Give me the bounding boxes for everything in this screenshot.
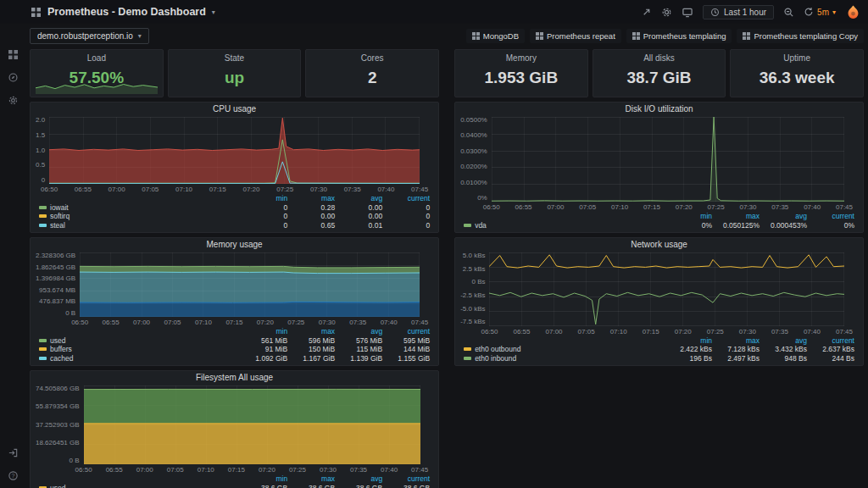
x-axis-tick: 06:55: [514, 328, 531, 336]
x-axis-tick: 07:00: [133, 319, 150, 326]
chart-plot[interactable]: [84, 385, 420, 464]
x-axis-tick: 07:10: [610, 328, 627, 336]
chart-plot[interactable]: [489, 252, 844, 326]
series-color-swatch: [464, 347, 471, 351]
time-range-picker[interactable]: Last 1 hour: [703, 5, 774, 19]
panel-title[interactable]: Memory: [455, 50, 587, 63]
panel-network-usage: Network usage 5.0 kBs2.5 kBs0 Bs-2.5 kBs…: [454, 237, 864, 366]
panel-title[interactable]: Memory usage: [31, 238, 438, 251]
series-color-swatch: [464, 224, 471, 227]
x-axis-tick: 07:05: [142, 186, 159, 193]
dashboard-link-prometheus-templating-copy[interactable]: Prometheus templating Copy: [737, 29, 864, 43]
panel-title[interactable]: Cores: [306, 50, 438, 63]
legend-series-toggle[interactable]: iowait: [39, 203, 240, 213]
legend-series-toggle[interactable]: cached: [39, 354, 240, 363]
chart-plot[interactable]: [49, 117, 420, 184]
x-axis-tick: 07:40: [804, 328, 821, 336]
panel-title[interactable]: Uptime: [731, 50, 863, 63]
legend-series-toggle[interactable]: buffers: [39, 345, 240, 354]
x-axis-tick: 07:30: [320, 466, 337, 474]
panel-title[interactable]: Disk I/O utilization: [455, 103, 863, 115]
legend-series-toggle[interactable]: softirq: [39, 212, 240, 221]
tv-kiosk-icon[interactable]: [682, 7, 693, 18]
sidebar-help-icon[interactable]: ?: [8, 470, 19, 481]
left-sidebar: ?: [0, 24, 25, 488]
legend-value: 1.155 GiB: [382, 354, 430, 363]
y-axis-tick: 476.837 MB: [39, 298, 75, 305]
y-axis-tick: -7.5 kBs: [460, 319, 485, 325]
legend-row: used561 MiB596 MiB576 MiB595 MiB: [39, 336, 430, 346]
legend-header-row: minmaxavgcurrent: [464, 212, 854, 221]
x-axis-tick: 07:20: [259, 466, 275, 474]
sidebar-dashboards-icon[interactable]: [8, 49, 19, 60]
x-axis-tick: 07:25: [707, 328, 724, 336]
panel-memory-usage: Memory usage 2.328306 GB1.862645 GB1.396…: [30, 237, 439, 366]
legend-series-toggle[interactable]: used: [39, 336, 240, 346]
dashboard-link-mongodb[interactable]: MongoDB: [466, 29, 525, 43]
y-axis-tick: 0 B: [70, 458, 80, 464]
y-axis-tick: 0.0400%: [460, 132, 487, 139]
sidebar-explore-compass-icon[interactable]: [8, 72, 19, 83]
stat-value: 1.953 GiB: [455, 63, 587, 97]
panel-title[interactable]: Network usage: [455, 238, 863, 251]
x-axis-labels: 06:5006:5507:0007:0507:1007:1507:2007:25…: [489, 326, 844, 336]
legend-series-toggle[interactable]: eth0 inbound: [464, 354, 665, 363]
x-axis-tick: 07:05: [578, 328, 595, 336]
y-axis-tick: -2.5 kBs: [460, 292, 485, 299]
x-axis-tick: 07:15: [209, 186, 226, 193]
panel-title[interactable]: CPU usage: [31, 103, 438, 115]
chart-svg: [84, 385, 420, 464]
panel-title[interactable]: Load: [31, 50, 163, 63]
share-icon[interactable]: [641, 7, 652, 18]
series-color-swatch: [39, 357, 47, 360]
apps-grid-icon[interactable]: [31, 7, 42, 18]
refresh-picker[interactable]: 5m ▾: [804, 7, 836, 17]
sidebar-settings-gear-icon[interactable]: [8, 95, 19, 106]
x-axis-tick: 07:35: [350, 466, 367, 474]
y-axis-tick: 1.5: [36, 132, 45, 139]
chart-plot[interactable]: [80, 252, 420, 317]
host-variable-dropdown[interactable]: demo.robustperception.io ▾: [30, 28, 149, 44]
dashboard-link-prometheus-templating[interactable]: Prometheus templating: [626, 29, 732, 43]
settings-gear-icon[interactable]: [661, 7, 672, 18]
y-axis-tick: 0.0300%: [460, 148, 487, 155]
sidebar-signin-icon[interactable]: [8, 447, 19, 458]
y-axis-tick: 1.0: [36, 147, 45, 154]
legend-value: 38.6 GB: [335, 484, 382, 488]
series-color-swatch: [464, 357, 471, 360]
chart-plot[interactable]: [492, 117, 844, 202]
legend-table: minmaxavgcurrentiowait00.280.000softirq0…: [31, 193, 438, 232]
x-axis-tick: 06:50: [483, 203, 500, 211]
panel-title[interactable]: Filesystem All usage: [31, 371, 438, 384]
legend-value: 144 MiB: [382, 345, 430, 354]
dashboard-link-prometheus-repeat[interactable]: Prometheus repeat: [530, 29, 621, 43]
x-axis-tick: 07:35: [349, 319, 366, 326]
stats-row: Load 57.50% State up Cores 2 Memory 1.95…: [30, 49, 864, 97]
legend-value: 948 Bs: [760, 354, 807, 363]
legend-series-toggle[interactable]: eth0 outbound: [464, 345, 665, 354]
legend-value: 0.050125%: [712, 221, 760, 230]
dashboard-title[interactable]: Prometheus - Demo Dashboard: [47, 6, 206, 18]
dashboard-links: MongoDB Prometheus repeat Prometheus tem…: [466, 29, 864, 43]
panel-all-disks: All disks 38.7 GiB: [593, 49, 726, 97]
x-axis-tick: 07:45: [836, 328, 853, 336]
panel-disk-io-utilization: Disk I/O utilization 0.0500%0.0400%0.030…: [454, 102, 864, 233]
grafana-logo[interactable]: [845, 4, 861, 20]
panel-title[interactable]: State: [169, 50, 301, 63]
legend-table: minmaxavgcurrenteth0 outbound2.422 kBs7.…: [455, 336, 863, 366]
legend-value: 0.00: [335, 212, 382, 221]
legend-value: 596 MiB: [287, 336, 335, 346]
x-axis-tick: 07:00: [108, 186, 125, 193]
zoom-out-icon[interactable]: [783, 7, 794, 18]
x-axis-tick: 07:10: [175, 186, 192, 193]
x-axis-tick: 07:35: [344, 186, 361, 193]
dashboard-title-caret-icon[interactable]: ▾: [212, 8, 215, 16]
legend-series-toggle[interactable]: vda: [464, 221, 665, 230]
legend-series-toggle[interactable]: steal: [39, 221, 240, 230]
legend-header: min: [240, 327, 287, 336]
panel-title[interactable]: All disks: [593, 50, 726, 63]
legend-series-toggle[interactable]: used: [39, 484, 240, 488]
x-axis-tick: 07:40: [381, 319, 398, 326]
panel-cores: Cores 2: [305, 49, 439, 97]
legend-value: 0.28: [287, 203, 335, 213]
